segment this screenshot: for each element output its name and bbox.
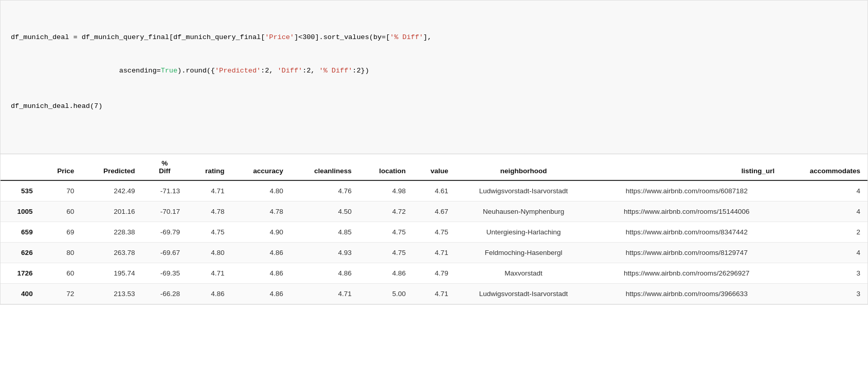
table-cell: 3 — [782, 263, 867, 283]
table-cell: 4.90 — [231, 222, 290, 242]
table-cell: 195.74 — [81, 263, 142, 283]
table-cell: 228.38 — [81, 222, 142, 242]
table-cell: 4.71 — [413, 283, 456, 304]
table-cell: 5.00 — [359, 283, 413, 304]
cell-spacer — [0, 138, 868, 154]
code-line-1: df_munich_deal = df_munich_query_final[d… — [11, 32, 857, 43]
table-cell: Untergiesing-Harlaching — [456, 222, 592, 242]
table-row: 62680263.78-69.674.804.864.934.754.71Fel… — [1, 242, 867, 263]
data-table-container: Price Predicted %Diff rating accuracy cl… — [0, 154, 868, 305]
col-header-predicted: Predicted — [81, 154, 142, 180]
col-header-cleanliness: cleanliness — [291, 154, 359, 180]
table-cell: 213.53 — [81, 283, 142, 304]
col-header-accommodates: accommodates — [782, 154, 867, 180]
table-cell: 201.16 — [81, 201, 142, 222]
table-cell: 4.75 — [359, 222, 413, 242]
table-cell: 535 — [1, 180, 40, 201]
table-cell: 659 — [1, 222, 40, 242]
col-header-pct-diff: %Diff — [142, 154, 187, 180]
table-row: 40072213.53-66.284.864.864.715.004.71Lud… — [1, 283, 867, 304]
table-cell: -69.67 — [142, 242, 187, 263]
table-cell: 69 — [40, 222, 82, 242]
table-cell: https://www.airbnb.com/rooms/8347442 — [591, 222, 782, 242]
table-cell: 4.75 — [359, 242, 413, 263]
table-cell: 4.78 — [231, 201, 290, 222]
table-cell: 4.79 — [413, 263, 456, 283]
table-cell: -70.17 — [142, 201, 187, 222]
col-header-listing-url: listing_url — [591, 154, 782, 180]
table-cell: 4.86 — [231, 242, 290, 263]
col-header-value: value — [413, 154, 456, 180]
table-cell: 4 — [782, 201, 867, 222]
table-cell: -66.28 — [142, 283, 187, 304]
table-cell: 4.50 — [291, 201, 359, 222]
table-cell: 1005 — [1, 201, 40, 222]
table-cell: Ludwigsvorstadt-Isarvorstadt — [456, 283, 592, 304]
table-cell: 60 — [40, 201, 82, 222]
table-cell: -69.79 — [142, 222, 187, 242]
table-cell: 60 — [40, 263, 82, 283]
table-cell: 80 — [40, 242, 82, 263]
table-cell: 4.71 — [187, 263, 232, 283]
table-cell: 626 — [1, 242, 40, 263]
table-cell: 4.80 — [231, 180, 290, 201]
table-cell: 4.76 — [291, 180, 359, 201]
table-cell: 4.78 — [187, 201, 232, 222]
table-cell: 2 — [782, 222, 867, 242]
table-cell: 4.71 — [413, 242, 456, 263]
table-cell: 4.86 — [231, 283, 290, 304]
table-cell: 4.67 — [413, 201, 456, 222]
table-cell: https://www.airbnb.com/rooms/8129747 — [591, 242, 782, 263]
table-cell: 72 — [40, 283, 82, 304]
table-cell: 4.75 — [413, 222, 456, 242]
data-table: Price Predicted %Diff rating accuracy cl… — [1, 154, 867, 304]
table-cell: https://www.airbnb.com/rooms/3966633 — [591, 283, 782, 304]
table-cell: 242.49 — [81, 180, 142, 201]
table-cell: 3 — [782, 283, 867, 304]
table-cell: 400 — [1, 283, 40, 304]
code-cell: df_munich_deal = df_munich_query_final[d… — [0, 0, 868, 138]
table-cell: -71.13 — [142, 180, 187, 201]
table-cell: 4.72 — [359, 201, 413, 222]
table-row: 53570242.49-71.134.714.804.764.984.61Lud… — [1, 180, 867, 201]
table-cell: 4.86 — [291, 263, 359, 283]
col-header-price: Price — [40, 154, 82, 180]
table-cell: 4.98 — [359, 180, 413, 201]
table-row: 100560201.16-70.174.784.784.504.724.67Ne… — [1, 201, 867, 222]
table-cell: 4 — [782, 242, 867, 263]
table-cell: 4.86 — [359, 263, 413, 283]
col-header-neighborhood: neighborhood — [456, 154, 592, 180]
table-cell: -69.35 — [142, 263, 187, 283]
table-row: 172660195.74-69.354.714.864.864.864.79Ma… — [1, 263, 867, 283]
table-cell: Ludwigsvorstadt-Isarvorstadt — [456, 180, 592, 201]
table-body: 53570242.49-71.134.714.804.764.984.61Lud… — [1, 180, 867, 304]
table-cell: https://www.airbnb.com/rooms/15144006 — [591, 201, 782, 222]
table-cell: https://www.airbnb.com/rooms/26296927 — [591, 263, 782, 283]
table-row: 65969228.38-69.794.754.904.854.754.75Unt… — [1, 222, 867, 242]
table-header-row: Price Predicted %Diff rating accuracy cl… — [1, 154, 867, 180]
table-cell: 4.75 — [187, 222, 232, 242]
table-cell: 4.86 — [231, 263, 290, 283]
table-cell: 4.61 — [413, 180, 456, 201]
col-header-location: location — [359, 154, 413, 180]
col-header-index — [1, 154, 40, 180]
table-cell: https://www.airbnb.com/rooms/6087182 — [591, 180, 782, 201]
table-cell: Maxvorstadt — [456, 263, 592, 283]
table-cell: 4 — [782, 180, 867, 201]
col-header-rating: rating — [187, 154, 232, 180]
table-cell: 4.71 — [291, 283, 359, 304]
table-cell: 4.80 — [187, 242, 232, 263]
table-cell: 4.86 — [187, 283, 232, 304]
table-cell: Neuhausen-Nymphenburg — [456, 201, 592, 222]
table-cell: 1726 — [1, 263, 40, 283]
code-line-2: ascending=True).round({'Predicted':2, 'D… — [11, 65, 857, 77]
table-cell: 4.93 — [291, 242, 359, 263]
table-cell: 4.85 — [291, 222, 359, 242]
table-cell: 4.71 — [187, 180, 232, 201]
table-cell: Feldmoching-Hasenbergl — [456, 242, 592, 263]
col-header-accuracy: accuracy — [231, 154, 290, 180]
table-cell: 70 — [40, 180, 82, 201]
table-cell: 263.78 — [81, 242, 142, 263]
code-line-3: df_munich_deal.head(7) — [11, 101, 857, 112]
